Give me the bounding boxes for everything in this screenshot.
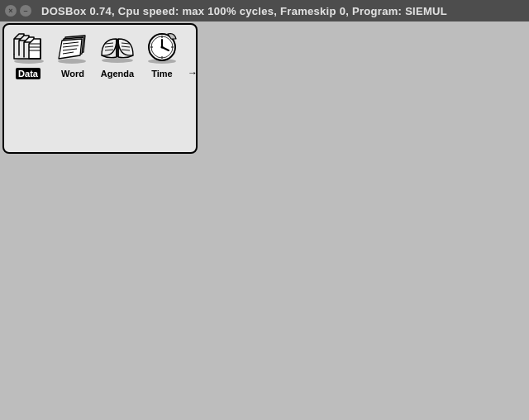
launcher-item-word[interactable]: Word [52, 28, 93, 79]
launcher-label-time: Time [149, 68, 174, 79]
launcher-item-time[interactable]: Time [141, 28, 183, 79]
launcher-item-agenda[interactable]: Agenda [97, 28, 138, 79]
data-icon [7, 28, 49, 66]
svg-point-14 [160, 45, 163, 48]
svg-point-4 [102, 58, 133, 63]
window-title: DOSBox 0.74, Cpu speed: max 100% cycles,… [41, 5, 447, 17]
svg-point-1 [58, 59, 86, 64]
launcher-window: Data Word [2, 23, 198, 154]
close-icon[interactable]: × [5, 5, 17, 17]
launcher-label-agenda: Agenda [98, 68, 136, 79]
word-icon [52, 28, 93, 66]
svg-point-0 [14, 59, 44, 64]
launcher-label-data: Data [16, 68, 41, 79]
launcher-item-data[interactable]: Data [7, 28, 49, 79]
window-titlebar: × – DOSBox 0.74, Cpu speed: max 100% cyc… [0, 0, 529, 21]
minimize-icon[interactable]: – [20, 5, 31, 17]
launcher-row: Data Word [4, 25, 196, 79]
agenda-icon [97, 28, 138, 66]
launcher-label-word: Word [59, 68, 87, 79]
time-icon [141, 28, 183, 66]
scroll-right-icon[interactable]: → [188, 67, 198, 79]
